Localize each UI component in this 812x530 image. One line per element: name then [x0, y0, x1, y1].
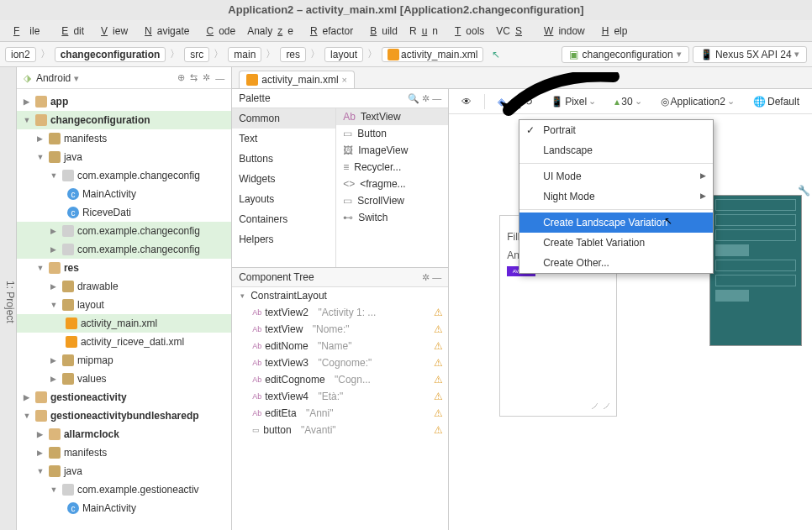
xml-icon [66, 336, 77, 348]
menu-analyze[interactable]: Analyze [242, 24, 298, 39]
resize-handle-icon[interactable]: ⟋⟋ [589, 399, 613, 412]
preview-blueprint[interactable] [709, 195, 802, 346]
warning-icon[interactable]: ⚠ [434, 307, 443, 318]
item-scrollview[interactable]: ▭ScrollView [336, 192, 448, 209]
search-icon[interactable]: 🔍 [408, 93, 419, 104]
project-view-selector[interactable]: Android ▾ [36, 72, 172, 84]
warning-icon[interactable]: ⚠ [434, 323, 443, 335]
folder-icon [62, 373, 74, 385]
crumb-0[interactable]: ion2 [5, 47, 36, 62]
item-switch[interactable]: ⊷Switch [336, 209, 448, 226]
close-icon[interactable]: × [342, 75, 347, 85]
menu-portrait[interactable]: ✓Portrait [519, 120, 713, 140]
cat-widgets[interactable]: Widgets [232, 169, 335, 189]
warning-icon[interactable]: ⚠ [434, 424, 443, 436]
crumb-2[interactable]: src [184, 47, 209, 62]
menu-refactor[interactable]: Refactor [300, 24, 358, 39]
device-dropdown[interactable]: 📱 Nexus 5X API 24 ▾ [693, 46, 807, 63]
folder-icon [49, 447, 61, 459]
menu-tools[interactable]: Tools [445, 24, 489, 39]
item-imageview[interactable]: 🖼ImageView [336, 142, 448, 159]
menu-ui-mode[interactable]: UI Mode▶ [519, 166, 713, 186]
warning-icon[interactable]: ⚠ [434, 357, 443, 369]
item-recycler[interactable]: ≡Recycler... [336, 159, 448, 176]
breadcrumb-bar: ion2〉 changeconfiguration〉 src〉 main〉 re… [0, 42, 812, 67]
folder-icon [49, 428, 61, 440]
item-button[interactable]: ▭Button [336, 125, 448, 142]
left-rail[interactable]: 1: Project [0, 67, 17, 530]
folder-icon [49, 262, 61, 274]
component-tree-title: Component Tree [239, 271, 422, 283]
folder-icon [49, 151, 61, 163]
crumb-5[interactable]: layout [324, 47, 363, 62]
settings-icon[interactable]: ✲ [203, 72, 210, 83]
locale-selector[interactable]: 🌐 Default [747, 93, 805, 110]
cat-buttons[interactable]: Buttons [232, 149, 335, 169]
cat-helpers[interactable]: Helpers [232, 229, 335, 249]
editor-area: activity_main.xml × Palette 🔍 ✲ — Common… [232, 67, 812, 530]
orientation-menu: ✓Portrait Landscape UI Mode▶ Night Mode▶… [519, 119, 714, 274]
minimize-icon[interactable]: — [432, 93, 441, 103]
warning-icon[interactable]: ⚠ [434, 407, 443, 419]
theme-selector[interactable]: ◎ Application2 ⌄ [655, 93, 741, 110]
cat-layouts[interactable]: Layouts [232, 189, 335, 209]
gear-icon[interactable]: ✲ [422, 272, 430, 283]
component-tree[interactable]: ▾ConstraintLayout AbtextView2 "Activity … [232, 287, 448, 530]
menu-night-mode[interactable]: Night Mode▶ [519, 186, 713, 207]
minimize-icon[interactable]: — [432, 272, 441, 282]
crumb-1[interactable]: changeconfiguration [55, 47, 166, 62]
menu-landscape[interactable]: Landscape [519, 140, 713, 160]
palette-items[interactable]: AbTextView ▭Button 🖼ImageView ≡Recycler.… [336, 108, 448, 267]
cat-text[interactable]: Text [232, 129, 335, 149]
menu-vcs[interactable]: VCS [491, 24, 532, 39]
project-tree[interactable]: ▶app ▼changeconfiguration ▶manifests ▼ja… [17, 89, 231, 530]
crumb-4[interactable]: res [280, 47, 306, 62]
hide-icon[interactable]: — [215, 73, 224, 83]
warning-icon[interactable]: ⚠ [434, 391, 443, 402]
gear-icon[interactable]: ✲ [422, 93, 430, 104]
menu-code[interactable]: Code [196, 24, 240, 39]
palette-categories[interactable]: Common Text Buttons Widgets Layouts Cont… [232, 108, 336, 267]
folder-icon [62, 299, 74, 311]
run-config-dropdown[interactable]: ▣ changeconfiguration ▾ [562, 46, 688, 63]
folder-icon [49, 133, 61, 144]
menu-create-landscape[interactable]: Create Landscape Variation↖ [519, 213, 713, 233]
main-menu: File Edit View Navigate Code Analyze Ref… [0, 20, 812, 42]
folder-icon [49, 465, 61, 477]
package-icon [62, 225, 74, 237]
warning-icon[interactable]: ⚠ [434, 374, 443, 386]
folder-icon [35, 410, 47, 422]
package-icon [62, 170, 74, 181]
crumb-3[interactable]: main [228, 47, 261, 62]
class-icon: c [67, 188, 79, 200]
sync-icon[interactable]: ↖ [492, 49, 500, 60]
target-icon[interactable]: ⊕ [177, 72, 185, 83]
cat-containers[interactable]: Containers [232, 209, 335, 229]
folder-icon [35, 96, 47, 108]
item-textview[interactable]: AbTextView [336, 108, 448, 125]
crumb-6[interactable]: activity_main.xml [382, 47, 483, 62]
menu-window[interactable]: Window [534, 24, 590, 39]
collapse-icon[interactable]: ⇆ [190, 72, 198, 83]
menu-navigate[interactable]: Navigate [134, 24, 194, 39]
folder-icon [62, 281, 74, 292]
menu-run[interactable]: Run [404, 24, 443, 39]
menu-file[interactable]: File [3, 24, 50, 39]
warning-icon[interactable]: ⚠ [434, 340, 443, 352]
menu-build[interactable]: Build [360, 24, 403, 39]
menu-view[interactable]: View [91, 24, 133, 39]
menu-create-other[interactable]: Create Other... [519, 253, 713, 273]
item-fragment[interactable]: <><fragme... [336, 176, 448, 192]
menu-help[interactable]: Help [592, 24, 633, 39]
xml-icon [246, 74, 258, 86]
xml-icon [388, 49, 399, 60]
design-surface: 👁 ◈ ⟲ ✓Portrait Landscape UI Mode▶ Night… [449, 89, 812, 530]
eye-icon[interactable]: 👁 [456, 93, 477, 110]
cat-common[interactable]: Common [232, 108, 335, 129]
menu-edit[interactable]: Edit [51, 24, 89, 39]
menu-create-tablet[interactable]: Create Tablet Variation [519, 233, 713, 253]
palette-title: Palette [239, 92, 407, 104]
package-icon [62, 244, 74, 255]
wrench-icon[interactable]: 🔧 [798, 185, 810, 197]
editor-tab[interactable]: activity_main.xml × [239, 71, 355, 88]
